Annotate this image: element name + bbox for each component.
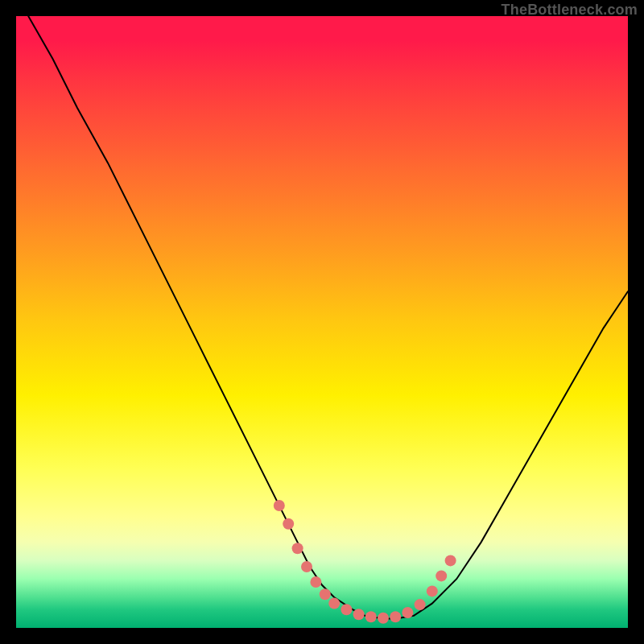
marker-dot — [274, 500, 285, 511]
marker-dot — [292, 543, 303, 554]
marker-dot — [415, 599, 426, 610]
chart-frame: TheBottleneck.com — [0, 0, 644, 644]
marker-dot — [341, 604, 352, 615]
marker-dot — [320, 588, 331, 600]
chart-svg — [16, 16, 628, 628]
marker-dot — [427, 585, 438, 597]
marker-dot — [301, 561, 312, 572]
marker-dot — [328, 598, 340, 609]
marker-dot — [283, 518, 294, 530]
marker-dot — [378, 613, 389, 624]
marker-dot — [353, 609, 365, 620]
marker-dot — [402, 607, 413, 618]
marker-dot — [445, 555, 456, 566]
marker-dot — [365, 611, 377, 622]
marker-dot — [390, 611, 401, 622]
bottleneck-curve — [28, 16, 628, 619]
watermark-text: TheBottleneck.com — [502, 2, 638, 19]
marker-dot — [436, 570, 447, 581]
marker-dot — [310, 576, 321, 588]
plot-area — [16, 16, 628, 628]
